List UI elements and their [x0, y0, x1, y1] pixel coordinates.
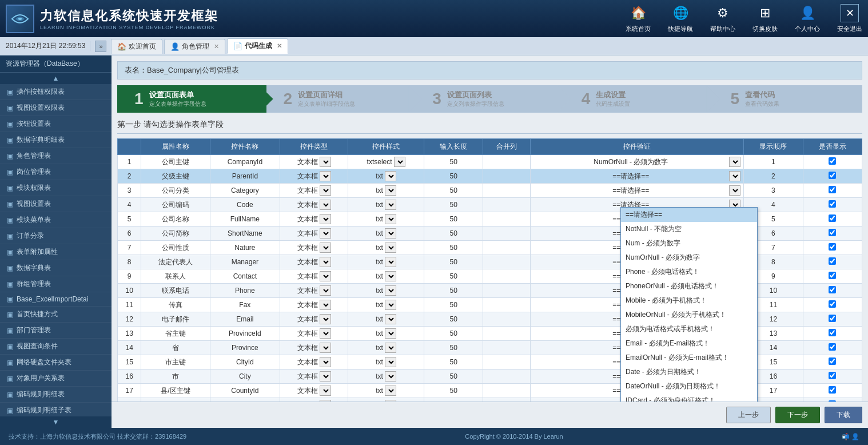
validation-dropdown[interactable]: ==请选择==NotNull - 不能为空Num - 必须为数字NumOrNul… [620, 207, 758, 402]
dropdown-option[interactable]: ==请选择== [621, 208, 757, 222]
ctrl-style-select[interactable]: ▼ [385, 257, 396, 267]
sidebar-item-code-rules[interactable]: ▣ 编码规则明细表 [0, 387, 112, 403]
nav-skin[interactable]: ⊞ 切换皮肤 [752, 4, 778, 33]
validation-select[interactable]: ▼ [729, 171, 740, 181]
download-button[interactable]: 下载 [825, 407, 862, 423]
ctrl-type-select[interactable]: ▼ [320, 371, 331, 382]
ctrl-style-select[interactable]: ▼ [385, 185, 396, 196]
ctrl-style-select[interactable]: ▼ [394, 157, 405, 167]
ctrl-type-select[interactable]: ▼ [320, 386, 331, 396]
sidebar-item-quick-access[interactable]: ▣ 首页快捷方式 [0, 307, 112, 323]
dropdown-option[interactable]: NumOrNull - 必须为数字 [621, 251, 757, 265]
visible-checkbox[interactable] [829, 400, 836, 402]
visible-checkbox[interactable] [829, 315, 836, 322]
validation-select[interactable]: ▼ [729, 185, 740, 196]
ctrl-type-select[interactable]: ▼ [320, 285, 331, 296]
sidebar-item-post-mgmt[interactable]: ▣ 岗位管理表 [0, 164, 112, 180]
sidebar-item-network-disk[interactable]: ▣ 网络硬盘文件夹表 [0, 355, 112, 371]
nav-profile[interactable]: 👤 个人中心 [795, 4, 820, 33]
visible-checkbox[interactable] [829, 229, 836, 236]
dropdown-option[interactable]: Mobile - 必须为手机格式！ [621, 293, 757, 308]
cell-validation[interactable]: ==请选择== ▼ [531, 169, 744, 184]
prev-button[interactable]: 上一步 [726, 407, 771, 423]
dropdown-option[interactable]: IDCard - 必须为身份证格式！ [621, 394, 757, 402]
sidebar-item-view-rights[interactable]: ▣ 视图设置权限表 [0, 100, 112, 116]
dropdown-option[interactable]: MobileOrNull - 必须为手机格式！ [621, 308, 757, 322]
validation-select[interactable]: ▼ [729, 157, 740, 167]
dropdown-option[interactable]: Phone - 必须电话格式！ [621, 265, 757, 279]
sidebar-item-data-dict[interactable]: ▣ 数据字典明细表 [0, 132, 112, 148]
ctrl-type-select[interactable]: ▼ [320, 314, 331, 324]
sidebar-item-form-extra[interactable]: ▣ 表单附加属性 [0, 244, 112, 260]
visible-checkbox[interactable] [829, 243, 836, 251]
dropdown-option[interactable]: Date - 必须为日期格式！ [621, 365, 757, 379]
dropdown-option[interactable]: NotNull - 不能为空 [621, 222, 757, 236]
visible-checkbox[interactable] [829, 257, 836, 265]
dropdown-option[interactable]: DateOrNull - 必须为日期格式！ [621, 379, 757, 394]
ctrl-style-select[interactable]: ▼ [385, 171, 396, 181]
sidebar-item-view-settings[interactable]: ▣ 视图设置表 [0, 196, 112, 212]
visible-checkbox[interactable] [829, 186, 836, 193]
visible-checkbox[interactable] [829, 372, 836, 379]
ctrl-style-select[interactable]: ▼ [385, 214, 396, 224]
ctrl-style-select[interactable]: ▼ [385, 228, 396, 239]
codegen-tab-close[interactable]: ✕ [277, 42, 282, 50]
dropdown-option[interactable]: Num - 必须为数字 [621, 236, 757, 251]
tabs-nav-arrow[interactable]: » [95, 41, 106, 52]
ctrl-style-select[interactable]: ▼ [385, 386, 396, 396]
visible-checkbox[interactable] [829, 329, 836, 336]
ctrl-type-select[interactable]: ▼ [320, 171, 331, 181]
ctrl-type-select[interactable]: ▼ [320, 400, 331, 402]
visible-checkbox[interactable] [829, 300, 836, 308]
nav-quicknav[interactable]: 🌐 快捷导航 [668, 4, 693, 33]
visible-checkbox[interactable] [829, 200, 836, 208]
visible-checkbox[interactable] [829, 214, 836, 222]
visible-checkbox[interactable] [829, 272, 836, 279]
cell-validation[interactable]: NumOrNull - 必须为数字 ▼ [531, 155, 744, 169]
nav-help[interactable]: ⚙ 帮助中心 [710, 4, 735, 33]
sidebar-item-btn-settings[interactable]: ▣ 按钮设置表 [0, 116, 112, 132]
nav-home[interactable]: 🏠 系统首页 [626, 4, 651, 33]
dropdown-option[interactable]: PhoneOrNull - 必须电话格式！ [621, 279, 757, 293]
step-3[interactable]: 3 设置页面列表 定义列表操作字段信息 [415, 85, 564, 113]
ctrl-style-select[interactable]: ▼ [385, 285, 396, 296]
dropdown-option[interactable]: EmailOrNull - 必须为E-mail格式！ [621, 351, 757, 365]
ctrl-type-select[interactable]: ▼ [320, 300, 331, 310]
step-4[interactable]: 4 生成设置 代码生成设置 [564, 85, 714, 113]
ctrl-type-select[interactable]: ▼ [320, 243, 331, 253]
dropdown-option[interactable]: Email - 必须为E-mail格式！ [621, 336, 757, 351]
ctrl-type-select[interactable]: ▼ [320, 257, 331, 267]
ctrl-type-select[interactable]: ▼ [320, 228, 331, 239]
ctrl-style-select[interactable]: ▼ [385, 400, 396, 402]
tab-role[interactable]: 👤 角色管理 ✕ [164, 39, 225, 54]
ctrl-style-select[interactable]: ▼ [385, 328, 396, 339]
ctrl-style-select[interactable]: ▼ [385, 343, 396, 353]
sidebar-scroll-up[interactable]: ▲ [0, 73, 112, 84]
ctrl-type-select[interactable]: ▼ [320, 157, 331, 167]
ctrl-type-select[interactable]: ▼ [320, 328, 331, 339]
visible-checkbox[interactable] [829, 286, 836, 293]
sidebar-item-group-mgmt[interactable]: ▣ 群组管理表 [0, 276, 112, 292]
sidebar-item-op-buttons[interactable]: ▣ 操作按钮权限表 [0, 84, 112, 100]
sidebar-item-module-menu[interactable]: ▣ 模块菜单表 [0, 212, 112, 228]
ctrl-type-select[interactable]: ▼ [320, 271, 331, 281]
ctrl-style-select[interactable]: ▼ [385, 314, 396, 324]
ctrl-type-select[interactable]: ▼ [320, 200, 331, 210]
ctrl-type-select[interactable]: ▼ [320, 357, 331, 367]
sidebar-item-excel-import[interactable]: ▣ Base_ExcelImportDetai [0, 292, 112, 307]
ctrl-type-select[interactable]: ▼ [320, 214, 331, 224]
sidebar-item-code-rules-sub[interactable]: ▣ 编码规则明细子表 [0, 403, 112, 416]
visible-checkbox[interactable] [829, 343, 836, 351]
tab-welcome[interactable]: 🏠 欢迎首页 [111, 39, 162, 54]
ctrl-style-select[interactable]: ▼ [385, 371, 396, 382]
sidebar-item-dept-mgmt[interactable]: ▣ 部门管理表 [0, 323, 112, 339]
step-1[interactable]: 1 设置页面表单 定义表单操作字段信息 [117, 85, 266, 113]
ctrl-type-select[interactable]: ▼ [320, 185, 331, 196]
sidebar-item-module-rights[interactable]: ▣ 模块权限表 [0, 180, 112, 196]
sidebar-scroll-down[interactable]: ▼ [0, 416, 112, 428]
nav-logout[interactable]: ✕ 安全退出 [837, 4, 862, 33]
sidebar-item-role-mgmt[interactable]: ▣ 角色管理表 [0, 148, 112, 164]
visible-checkbox[interactable] [829, 357, 836, 365]
sidebar-item-view-query[interactable]: ▣ 视图查询条件 [0, 339, 112, 355]
visible-checkbox[interactable] [829, 172, 836, 179]
